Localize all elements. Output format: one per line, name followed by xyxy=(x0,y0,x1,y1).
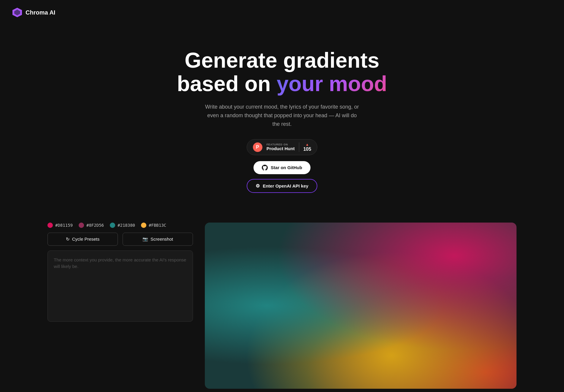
color-dot-1 xyxy=(79,223,84,228)
color-swatch-3: #FBB13C xyxy=(141,223,166,228)
cycle-presets-button[interactable]: ↻ Cycle Presets xyxy=(47,233,118,246)
color-swatch-0: #D81159 xyxy=(47,223,73,228)
api-key-button-label: Enter OpenAI API key xyxy=(263,183,308,188)
cycle-icon: ↻ xyxy=(66,237,70,242)
product-hunt-featured-label: FEATURED ON xyxy=(267,143,288,146)
mood-input[interactable] xyxy=(47,250,193,322)
color-dot-0 xyxy=(47,223,53,228)
github-button-label: Star on GitHub xyxy=(271,165,302,170)
product-hunt-score: ▲ 105 xyxy=(299,142,311,152)
color-swatch-2: #218380 xyxy=(110,223,135,228)
api-key-button[interactable]: ⚙ Enter OpenAI API key xyxy=(247,179,317,193)
cycle-presets-label: Cycle Presets xyxy=(72,237,100,242)
color-swatches: #D81159 #8F2D56 #218380 #FBB13C xyxy=(47,223,193,228)
screenshot-label: Screenshot xyxy=(150,237,173,242)
hero-title-highlight: your mood xyxy=(277,72,387,96)
logo[interactable]: Chroma AI xyxy=(12,7,55,18)
screenshot-button[interactable]: 📷 Screenshot xyxy=(123,233,193,246)
product-hunt-logo: P xyxy=(253,142,262,152)
gear-icon: ⚙ xyxy=(256,183,260,189)
left-panel: #D81159 #8F2D56 #218380 #FBB13C ↻ Cycle … xyxy=(47,223,193,389)
color-label-3: #FBB13C xyxy=(149,223,166,228)
main-content: #D81159 #8F2D56 #218380 #FBB13C ↻ Cycle … xyxy=(0,211,564,392)
hero-subtitle: Write about your current mood, the lyric… xyxy=(205,103,359,128)
hero-title: Generate gradients based on your mood xyxy=(177,49,387,96)
chroma-logo-icon xyxy=(12,7,23,18)
color-label-2: #218380 xyxy=(118,223,135,228)
github-button[interactable]: Star on GitHub xyxy=(254,161,310,174)
hero-section: Generate gradients based on your mood Wr… xyxy=(0,25,564,211)
hero-title-part2: based on xyxy=(177,72,271,96)
logo-text: Chroma AI xyxy=(26,9,55,16)
product-hunt-count: 105 xyxy=(303,147,311,152)
color-label-0: #D81159 xyxy=(55,223,73,228)
product-hunt-text: FEATURED ON Product Hunt xyxy=(267,143,295,151)
color-label-1: #8F2D56 xyxy=(86,223,104,228)
camera-icon: 📷 xyxy=(142,237,148,242)
color-swatch-1: #8F2D56 xyxy=(79,223,104,228)
product-hunt-badge[interactable]: P FEATURED ON Product Hunt ▲ 105 xyxy=(247,139,318,155)
hero-title-part1: Generate gradients xyxy=(185,48,379,72)
color-dot-2 xyxy=(110,223,115,228)
color-dot-3 xyxy=(141,223,146,228)
gradient-preview xyxy=(205,223,517,389)
action-buttons: ↻ Cycle Presets 📷 Screenshot xyxy=(47,233,193,246)
product-hunt-name: Product Hunt xyxy=(267,146,295,151)
header: Chroma AI xyxy=(0,0,564,25)
github-icon xyxy=(262,165,268,171)
product-hunt-arrow-icon: ▲ xyxy=(305,142,309,147)
